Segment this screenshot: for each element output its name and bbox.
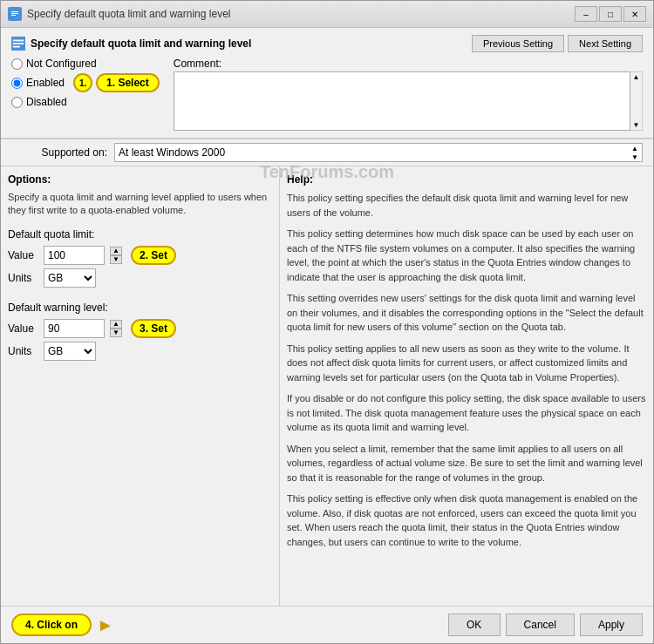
warning-level-unit-select[interactable]: KB MB GB TB: [44, 342, 96, 361]
warning-level-title: Default warning level:: [8, 302, 272, 314]
enabled-option[interactable]: Enabled: [11, 77, 65, 89]
enabled-radio[interactable]: [11, 78, 23, 89]
step1-badge: 1.: [73, 73, 92, 92]
header-section: Specify default quota limit and warning …: [1, 28, 653, 139]
quota-limit-value-row: Value ▲ ▼ 2. Set: [8, 246, 272, 265]
help-para-4: This policy setting applies to all new u…: [287, 342, 646, 385]
prev-setting-button[interactable]: Previous Setting: [472, 35, 564, 52]
step4-annotation: 4. Click on: [11, 613, 92, 636]
quota-limit-title: Default quota limit:: [8, 228, 272, 241]
help-para-6: When you select a limit, remember that t…: [287, 442, 646, 485]
help-area: Help: This policy setting specifies the …: [280, 166, 653, 606]
help-para-1: This policy setting specifies the defaul…: [287, 191, 646, 220]
supported-scroll-up[interactable]: ▲: [631, 145, 638, 153]
radio-group: Not Configured Enabled 1. 1. Select Disa…: [11, 58, 160, 108]
svg-rect-1: [11, 11, 18, 12]
title-bar: Specify default quota limit and warning …: [1, 1, 653, 28]
warning-level-input[interactable]: [44, 319, 105, 338]
bottom-bar: 4. Click on ► OK Cancel Apply: [1, 606, 653, 643]
quota-limit-unit-select[interactable]: KB MB GB TB: [44, 268, 96, 288]
svg-rect-6: [13, 43, 24, 44]
warning-level-value-row: Value ▲ ▼ 3. Set: [8, 319, 272, 338]
warning-level-spinner: ▲ ▼: [110, 320, 122, 337]
units-label-1: Units: [8, 272, 38, 284]
comment-scroll-down[interactable]: ▼: [633, 121, 640, 129]
warning-level-unit-row: Units KB MB GB TB: [8, 342, 272, 361]
main-window: Specify default quota limit and warning …: [0, 0, 654, 644]
help-title: Help:: [287, 173, 646, 186]
warning-level-up-btn[interactable]: ▲: [110, 320, 122, 329]
minimize-button[interactable]: –: [575, 6, 597, 22]
units-label-2: Units: [8, 345, 38, 357]
svg-rect-7: [13, 46, 20, 48]
quota-limit-input[interactable]: [44, 246, 105, 265]
not-configured-label: Not Configured: [26, 58, 97, 70]
supported-value-text: At least Windows 2000: [119, 146, 225, 159]
disabled-label: Disabled: [26, 96, 67, 108]
window-icon: [8, 7, 22, 21]
arrow-icon: ►: [97, 615, 114, 635]
enabled-row: Enabled 1. 1. Select: [11, 73, 160, 92]
step1-label: 1. Select: [96, 73, 160, 92]
not-configured-option[interactable]: Not Configured: [11, 58, 160, 70]
options-description: Specify a quota limit and warning level …: [8, 191, 272, 218]
step3-label: 3. Set: [131, 319, 176, 338]
value-label-2: Value: [8, 322, 38, 335]
comment-textarea[interactable]: [174, 71, 630, 131]
svg-rect-3: [11, 15, 16, 16]
apply-button[interactable]: Apply: [580, 613, 643, 636]
enabled-label: Enabled: [26, 77, 65, 89]
quota-limit-down-btn[interactable]: ▼: [110, 255, 122, 264]
cancel-button[interactable]: Cancel: [506, 613, 575, 636]
close-button[interactable]: ✕: [623, 6, 646, 22]
options-panel: Options: Specify a quota limit and warni…: [1, 166, 280, 606]
help-text: This policy setting specifies the defaul…: [287, 191, 646, 549]
main-area: Options: Specify a quota limit and warni…: [1, 166, 653, 606]
header-title-text: Specify default quota limit and warning …: [31, 37, 251, 50]
not-configured-radio[interactable]: [11, 58, 23, 70]
disabled-radio[interactable]: [11, 97, 23, 108]
help-panel: Help: This policy setting specifies the …: [280, 166, 653, 606]
quota-limit-unit-row: Units KB MB GB TB: [8, 268, 272, 288]
supported-label: Supported on:: [11, 146, 107, 159]
warning-level-down-btn[interactable]: ▼: [110, 329, 122, 337]
help-para-7: This policy setting is effective only wh…: [287, 491, 646, 549]
maximize-button[interactable]: □: [599, 6, 622, 22]
quota-limit-group: Default quota limit: Value ▲ ▼ 2. Set Un…: [8, 228, 272, 291]
quota-limit-spinner: ▲ ▼: [110, 247, 122, 264]
svg-rect-5: [13, 40, 24, 42]
header-title-area: Specify default quota limit and warning …: [11, 37, 251, 51]
help-para-2: This policy setting determines how much …: [287, 227, 646, 284]
quota-limit-up-btn[interactable]: ▲: [110, 247, 122, 255]
header-icon: [11, 37, 25, 51]
supported-scroll-down[interactable]: ▼: [631, 153, 638, 161]
comment-scroll-up[interactable]: ▲: [633, 73, 640, 81]
ok-button[interactable]: OK: [448, 613, 501, 636]
next-setting-button[interactable]: Next Setting: [568, 35, 643, 52]
help-para-3: This setting overrides new users' settin…: [287, 291, 646, 335]
comment-area: Comment: ▲ ▼: [174, 58, 643, 131]
options-title: Options:: [8, 173, 272, 186]
comment-label: Comment:: [174, 58, 643, 70]
warning-level-group: Default warning level: Value ▲ ▼ 3. Set …: [8, 302, 272, 364]
value-label: Value: [8, 249, 38, 261]
window-title: Specify default quota limit and warning …: [27, 8, 230, 20]
header-buttons: Previous Setting Next Setting: [472, 35, 643, 52]
window-controls: – □ ✕: [575, 6, 646, 22]
disabled-option[interactable]: Disabled: [11, 96, 160, 108]
supported-row: Supported on: At least Windows 2000 ▲ ▼: [1, 139, 653, 166]
svg-rect-2: [11, 13, 18, 14]
help-para-5: If you disable or do not configure this …: [287, 391, 646, 435]
step2-label: 2. Set: [131, 246, 176, 265]
